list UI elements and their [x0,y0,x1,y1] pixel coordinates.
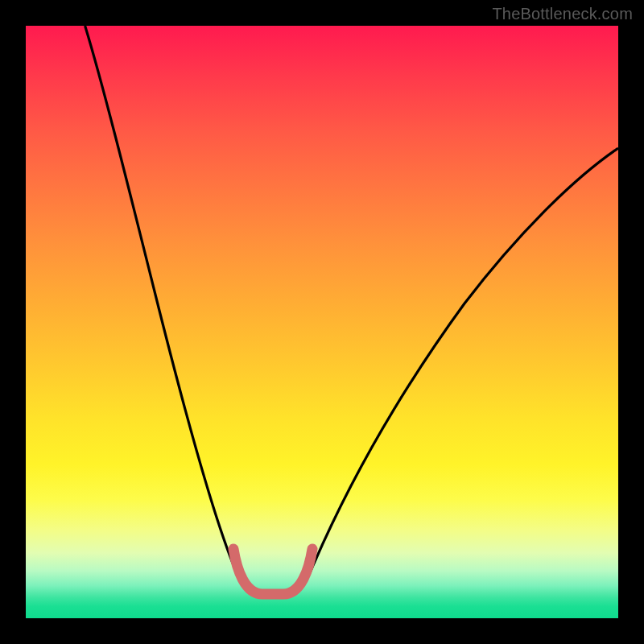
chart-svg [26,26,618,618]
watermark-text: TheBottleneck.com [492,5,633,23]
bottleneck-curve [85,26,618,597]
chart-frame: TheBottleneck.com [0,0,644,644]
min-marker [233,549,312,594]
chart-plot-area [26,26,618,618]
